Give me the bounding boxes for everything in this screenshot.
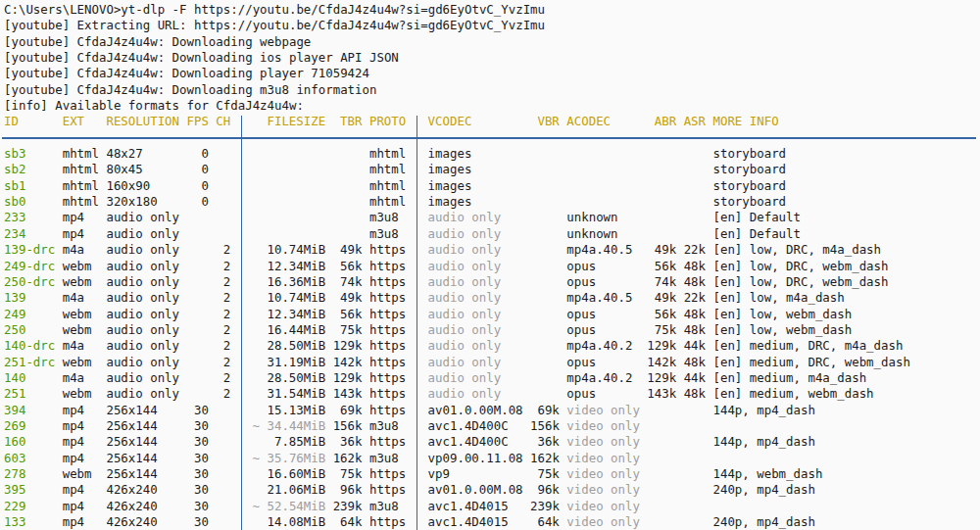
format-more-info [712,418,980,434]
format-channels: 2 [216,290,237,306]
format-proto: https [369,355,414,370]
format-fps [186,290,216,306]
format-asr: 48k [684,259,713,274]
format-ext: m4a [63,242,107,258]
format-abr [647,418,683,434]
format-acodec: opus [566,322,647,338]
format-id: 139 [4,290,63,306]
format-channels [216,482,237,498]
format-acodec: unknown [566,226,647,242]
format-vbr [530,370,566,386]
format-vbr [530,242,566,258]
format-ext: webm [63,259,107,274]
format-abr [647,162,683,177]
format-tbr [333,162,369,177]
format-proto: m3u8 [369,210,414,225]
format-asr: 48k [684,274,713,290]
format-abr: 75k [647,322,683,338]
format-ext: mp4 [63,482,107,498]
format-acodec: video only [566,514,647,530]
format-fps: 30 [186,482,216,498]
format-proto: m3u8 [369,226,414,242]
format-resolution: audio only [106,338,186,354]
format-asr: 44k [684,338,713,354]
format-more-info: [en] low, webm_dash [712,307,980,322]
format-proto: mhtml [369,146,414,162]
header-vcodec: VCODEC [428,114,530,129]
header-proto: PROTO [369,114,414,129]
format-resolution: 256x144 [106,434,186,450]
format-resolution: audio only [106,226,186,242]
format-id: 139-drc [4,242,63,258]
format-resolution: audio only [106,210,186,225]
format-row: 233 mp4 audio only m3u8 audio only unkno… [4,210,980,225]
format-acodec: video only [566,499,647,514]
format-proto: https [369,466,414,482]
format-vcodec: audio only [428,322,530,338]
format-table-header: ID EXT RESOLUTION FPS CH FILESIZE TBR PR… [4,114,980,129]
format-channels [216,514,237,530]
format-id: sb3 [4,146,63,162]
format-more-info: 144p, webm_dash [712,466,980,482]
format-more-info: [en] medium, DRC, m4a_dash [712,338,980,354]
format-filesize: 15.13MiB [253,403,333,418]
log-line-available-formats: [info] Available formats for CfdaJ4z4u4w… [4,98,980,114]
format-more-info [712,499,980,514]
format-proto: https [369,259,414,274]
format-filesize [253,146,333,162]
format-fps: 0 [186,146,216,162]
format-id: 269 [4,418,63,434]
format-proto: https [369,370,414,386]
format-more-info: [en] medium, webm_dash [712,386,980,402]
format-vbr [530,226,566,242]
format-fps: 30 [186,434,216,450]
format-row: 140-drc m4a audio only 2 28.50MiB 129k h… [4,338,980,354]
format-abr: 143k [647,386,683,402]
header-ext: EXT [63,114,107,129]
format-vcodec: av01.0.00M.08 [428,403,530,418]
format-vbr [530,386,566,402]
format-more-info: 144p, mp4_dash [712,434,980,450]
format-row: 249-drc webm audio only 2 12.34MiB 56k h… [4,259,980,274]
format-tbr: 74k [333,274,369,290]
format-filesize: 16.44MiB [253,322,333,338]
format-id: sb1 [4,178,63,194]
format-more-info: [en] Default [712,226,980,242]
format-resolution: audio only [106,274,186,290]
format-abr [647,226,683,242]
format-resolution: audio only [106,290,186,306]
format-filesize [253,162,333,177]
format-proto: mhtml [369,194,414,210]
format-ext: mp4 [63,451,107,466]
format-id: 229 [4,499,63,514]
format-asr [684,210,713,225]
format-fps: 30 [186,418,216,434]
terminal-screen[interactable]: C:\Users\LENOVO>yt-dlp -F https://youtu.… [0,0,980,530]
format-abr: 49k [647,290,683,306]
header-vbr: VBR [530,114,566,129]
format-resolution: audio only [106,322,186,338]
format-filesize: ~ 34.44MiB [253,418,333,434]
format-row: sb0 mhtml 320x180 0 mhtml images storybo… [4,194,980,210]
format-asr [684,226,713,242]
format-channels [216,499,237,514]
format-fps: 0 [186,162,216,177]
format-filesize: 14.08MiB [253,514,333,530]
format-acodec: opus [566,307,647,322]
format-resolution: 426x240 [106,482,186,498]
format-table-body: sb3 mhtml 48x27 0 mhtml images storyboar… [4,146,980,530]
format-resolution: 160x90 [106,178,186,194]
format-vbr [530,146,566,162]
format-tbr [333,146,369,162]
format-vcodec: av01.0.00M.08 [428,482,530,498]
format-abr [647,499,683,514]
format-abr: 49k [647,242,683,258]
format-asr [684,146,713,162]
format-vbr [530,322,566,338]
format-resolution: 320x180 [106,194,186,210]
format-resolution: 256x144 [106,466,186,482]
format-resolution: 48x27 [106,146,186,162]
format-acodec: unknown [566,210,647,225]
format-filesize: 12.34MiB [253,259,333,274]
format-tbr: 75k [333,322,369,338]
